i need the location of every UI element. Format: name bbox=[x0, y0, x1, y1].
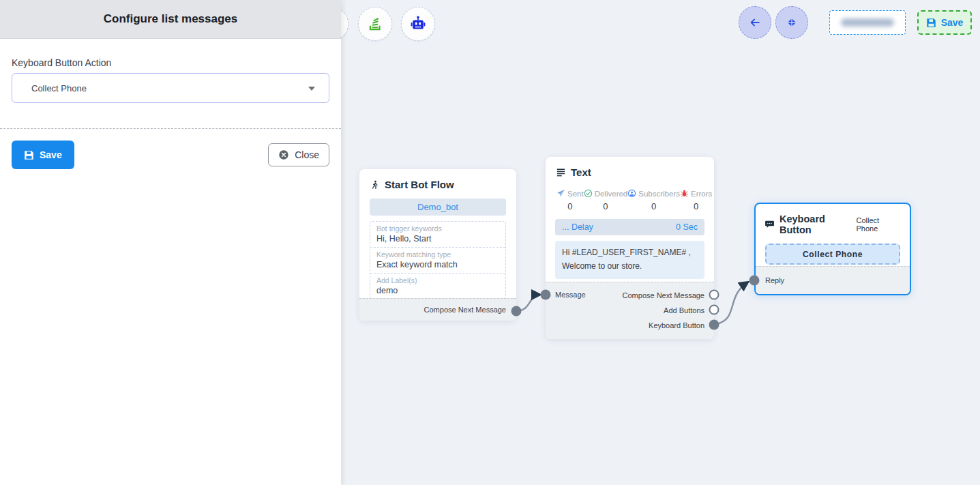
output-port-label: Compose Next Message bbox=[623, 291, 704, 299]
node-header: Keyboard Button Collect Phone bbox=[756, 204, 910, 235]
flow-save-button[interactable]: Save bbox=[917, 10, 972, 35]
dropdown-selected-value: Collect Phone bbox=[31, 83, 87, 93]
delay-label: ... Delay bbox=[562, 222, 593, 232]
keyboard-action-corner-label: Collect Phone bbox=[856, 216, 901, 233]
back-arrow-icon bbox=[748, 16, 762, 29]
dashed-divider bbox=[0, 128, 341, 129]
flow-save-label: Save bbox=[941, 17, 964, 28]
node-title: Keyboard Button bbox=[779, 214, 856, 235]
node-title: Start Bot Flow bbox=[385, 179, 454, 190]
node-keyboard-button[interactable]: Keyboard Button Collect Phone Collect Ph… bbox=[754, 203, 911, 295]
close-circle-icon bbox=[278, 149, 289, 160]
robot-icon bbox=[409, 15, 427, 33]
panel-header: Configure list messages bbox=[0, 0, 341, 39]
walking-person-icon bbox=[370, 179, 380, 190]
stat-value: 0 bbox=[567, 201, 572, 211]
text-lines-icon bbox=[556, 167, 566, 177]
save-floppy-icon bbox=[24, 150, 34, 160]
stat-subscribers: Subscribers 0 bbox=[627, 189, 680, 211]
field-value: Exact keyword match bbox=[376, 260, 499, 269]
node-text[interactable]: Text Sent 0 bbox=[546, 157, 714, 339]
message-preview[interactable]: Hi #LEAD_USER_FIRST_NAME# , Welcome to o… bbox=[555, 241, 704, 279]
send-icon bbox=[556, 189, 565, 198]
node-header: Start Bot Flow bbox=[359, 169, 516, 190]
subscribers-icon bbox=[627, 189, 636, 198]
node-footer: Reply bbox=[756, 266, 910, 294]
input-port-label: Reply bbox=[765, 276, 784, 284]
stat-value: 0 bbox=[651, 201, 656, 211]
node-start-bot-flow[interactable]: Start Bot Flow Demo_bot Bot trigger keyw… bbox=[359, 169, 516, 321]
flow-canvas[interactable]: Save Start Bot Flow Demo_bot Bot trigger… bbox=[341, 0, 980, 485]
stat-label: Subscribers bbox=[638, 190, 680, 198]
bot-flow-builder: Configure list messages Keyboard Button … bbox=[0, 0, 980, 485]
field-label: Add Label(s) bbox=[376, 276, 499, 284]
toolbar-button-layers[interactable] bbox=[358, 7, 392, 41]
trigger-fields: Bot trigger keywords Hi, Hello, Start Ke… bbox=[370, 221, 506, 299]
redacted-label bbox=[841, 18, 894, 27]
back-button[interactable] bbox=[739, 6, 771, 39]
delay-bar[interactable]: ... Delay 0 Sec bbox=[555, 219, 704, 235]
edge-text-to-keyboard bbox=[714, 282, 747, 325]
panel-title: Configure list messages bbox=[104, 12, 238, 26]
node-footer: Compose Next Message bbox=[359, 298, 516, 321]
output-port-label: Compose Next Message bbox=[424, 306, 506, 314]
fit-view-button[interactable] bbox=[775, 6, 808, 39]
close-button[interactable]: Close bbox=[268, 143, 329, 166]
output-port-labels: Compose Next Message Add Buttons Keyboar… bbox=[623, 288, 704, 333]
keyboard-button-action-select[interactable]: Collect Phone bbox=[12, 73, 329, 103]
field-bot-trigger-keywords[interactable]: Bot trigger keywords Hi, Hello, Start bbox=[370, 222, 505, 247]
save-button[interactable]: Save bbox=[12, 141, 74, 169]
panel-body: Keyboard Button Action Collect Phone bbox=[0, 39, 341, 103]
output-port-compose-next-message[interactable] bbox=[511, 306, 522, 317]
chat-bubble-icon bbox=[764, 220, 775, 229]
save-button-label: Save bbox=[40, 149, 62, 160]
stat-delivered: Delivered 0 bbox=[584, 189, 628, 211]
stat-errors: Errors 0 bbox=[680, 189, 712, 211]
input-port-label: Message bbox=[555, 291, 586, 299]
node-title: Text bbox=[571, 166, 591, 178]
keyboard-button-action-label: Keyboard Button Action bbox=[12, 57, 329, 68]
node-footer: Message Compose Next Message Add Buttons… bbox=[546, 282, 714, 339]
toolbar-button-bot[interactable] bbox=[401, 7, 435, 41]
stat-label: Delivered bbox=[595, 190, 628, 198]
field-keyword-matching-type[interactable]: Keyword matching type Exact keyword matc… bbox=[370, 247, 505, 273]
stat-value: 0 bbox=[694, 201, 698, 211]
panel-actions: Save Close bbox=[12, 141, 329, 169]
close-button-label: Close bbox=[295, 149, 319, 160]
input-port-reply[interactable] bbox=[749, 276, 760, 286]
redacted-action-button[interactable] bbox=[829, 10, 906, 35]
compress-icon bbox=[786, 17, 797, 28]
field-value: demo bbox=[376, 286, 499, 295]
stats-row: Sent 0 Delivered 0 bbox=[556, 189, 703, 211]
check-circle-icon bbox=[584, 189, 593, 198]
bot-name-pill[interactable]: Demo_bot bbox=[370, 199, 506, 216]
stat-label: Sent bbox=[567, 190, 584, 198]
configure-panel: Configure list messages Keyboard Button … bbox=[0, 0, 341, 485]
delay-value: 0 Sec bbox=[676, 222, 698, 232]
field-value: Hi, Hello, Start bbox=[376, 234, 499, 244]
output-port-label: Keyboard Button bbox=[649, 321, 704, 329]
field-label: Keyword matching type bbox=[376, 250, 499, 259]
output-port-add-buttons[interactable] bbox=[709, 305, 719, 315]
stat-value: 0 bbox=[603, 201, 608, 211]
chevron-down-icon bbox=[308, 87, 315, 91]
stat-label: Errors bbox=[691, 190, 712, 198]
node-header: Text bbox=[546, 157, 714, 178]
field-add-labels[interactable]: Add Label(s) demo bbox=[370, 273, 505, 299]
output-port-keyboard-button[interactable] bbox=[709, 320, 719, 330]
field-label: Bot trigger keywords bbox=[376, 224, 499, 233]
layers-icon bbox=[366, 15, 384, 33]
input-port-message[interactable] bbox=[541, 290, 551, 300]
output-port-label: Add Buttons bbox=[664, 306, 704, 314]
stat-sent: Sent 0 bbox=[556, 189, 584, 211]
save-floppy-icon bbox=[926, 18, 936, 28]
keyboard-reply-button[interactable]: Collect Phone bbox=[765, 244, 900, 265]
bug-icon bbox=[680, 189, 689, 198]
output-port-compose-next-message[interactable] bbox=[709, 290, 719, 300]
